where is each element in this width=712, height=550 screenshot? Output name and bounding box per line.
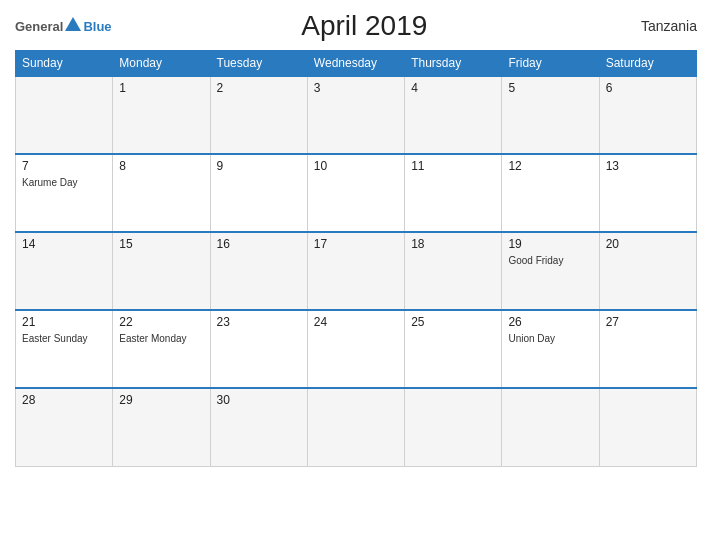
day-cell-w2-d1: 7Karume Day (16, 154, 113, 232)
day-cell-w5-d2: 29 (113, 388, 210, 466)
day-number: 24 (314, 315, 398, 329)
day-number: 26 (508, 315, 592, 329)
day-number: 12 (508, 159, 592, 173)
week-row-3: 141516171819Good Friday20 (16, 232, 697, 310)
day-cell-w5-d6 (502, 388, 599, 466)
day-cell-w3-d3: 16 (210, 232, 307, 310)
day-number: 7 (22, 159, 106, 173)
event-label: Karume Day (22, 177, 78, 188)
day-number: 2 (217, 81, 301, 95)
week-row-4: 21Easter Sunday22Easter Monday23242526Un… (16, 310, 697, 388)
header: General Blue April 2019 Tanzania (15, 10, 697, 42)
event-label: Easter Sunday (22, 333, 88, 344)
day-number: 4 (411, 81, 495, 95)
header-thursday: Thursday (405, 51, 502, 77)
days-header-row: Sunday Monday Tuesday Wednesday Thursday… (16, 51, 697, 77)
logo-general: General (15, 19, 63, 34)
day-cell-w1-d2: 1 (113, 76, 210, 154)
day-number: 13 (606, 159, 690, 173)
day-cell-w4-d3: 23 (210, 310, 307, 388)
day-cell-w3-d7: 20 (599, 232, 696, 310)
day-cell-w4-d1: 21Easter Sunday (16, 310, 113, 388)
day-cell-w2-d5: 11 (405, 154, 502, 232)
header-saturday: Saturday (599, 51, 696, 77)
day-cell-w4-d6: 26Union Day (502, 310, 599, 388)
header-tuesday: Tuesday (210, 51, 307, 77)
logo-blue: Blue (83, 19, 111, 34)
day-cell-w1-d5: 4 (405, 76, 502, 154)
event-label: Good Friday (508, 255, 563, 266)
day-cell-w4-d4: 24 (307, 310, 404, 388)
country-label: Tanzania (617, 18, 697, 34)
day-number: 8 (119, 159, 203, 173)
calendar-table: Sunday Monday Tuesday Wednesday Thursday… (15, 50, 697, 467)
day-number: 16 (217, 237, 301, 251)
logo: General Blue (15, 19, 112, 34)
calendar-page: General Blue April 2019 Tanzania Sunday … (0, 0, 712, 550)
day-number: 29 (119, 393, 203, 407)
event-label: Union Day (508, 333, 555, 344)
header-friday: Friday (502, 51, 599, 77)
day-number: 3 (314, 81, 398, 95)
day-cell-w2-d7: 13 (599, 154, 696, 232)
header-monday: Monday (113, 51, 210, 77)
day-number: 6 (606, 81, 690, 95)
day-cell-w4-d7: 27 (599, 310, 696, 388)
week-row-1: 123456 (16, 76, 697, 154)
day-number: 19 (508, 237, 592, 251)
week-row-2: 7Karume Day8910111213 (16, 154, 697, 232)
day-cell-w3-d1: 14 (16, 232, 113, 310)
day-cell-w5-d5 (405, 388, 502, 466)
day-number: 10 (314, 159, 398, 173)
day-number: 11 (411, 159, 495, 173)
day-cell-w5-d7 (599, 388, 696, 466)
day-cell-w3-d4: 17 (307, 232, 404, 310)
day-number: 9 (217, 159, 301, 173)
week-row-5: 282930 (16, 388, 697, 466)
day-cell-w4-d5: 25 (405, 310, 502, 388)
day-cell-w5-d4 (307, 388, 404, 466)
day-number: 21 (22, 315, 106, 329)
day-cell-w2-d3: 9 (210, 154, 307, 232)
day-cell-w2-d6: 12 (502, 154, 599, 232)
day-number: 18 (411, 237, 495, 251)
day-cell-w1-d1 (16, 76, 113, 154)
day-number: 23 (217, 315, 301, 329)
day-cell-w3-d5: 18 (405, 232, 502, 310)
header-sunday: Sunday (16, 51, 113, 77)
day-number: 28 (22, 393, 106, 407)
event-label: Easter Monday (119, 333, 186, 344)
day-cell-w5-d1: 28 (16, 388, 113, 466)
day-cell-w1-d7: 6 (599, 76, 696, 154)
day-number: 20 (606, 237, 690, 251)
day-number: 14 (22, 237, 106, 251)
day-cell-w2-d4: 10 (307, 154, 404, 232)
day-cell-w4-d2: 22Easter Monday (113, 310, 210, 388)
day-cell-w3-d6: 19Good Friday (502, 232, 599, 310)
day-cell-w1-d6: 5 (502, 76, 599, 154)
logo-triangle-icon (65, 17, 81, 31)
day-number: 15 (119, 237, 203, 251)
day-number: 25 (411, 315, 495, 329)
day-cell-w1-d4: 3 (307, 76, 404, 154)
day-cell-w1-d3: 2 (210, 76, 307, 154)
day-cell-w5-d3: 30 (210, 388, 307, 466)
day-number: 22 (119, 315, 203, 329)
day-number: 30 (217, 393, 301, 407)
day-cell-w2-d2: 8 (113, 154, 210, 232)
day-number: 5 (508, 81, 592, 95)
day-number: 17 (314, 237, 398, 251)
calendar-title: April 2019 (112, 10, 617, 42)
header-wednesday: Wednesday (307, 51, 404, 77)
day-number: 1 (119, 81, 203, 95)
day-cell-w3-d2: 15 (113, 232, 210, 310)
day-number: 27 (606, 315, 690, 329)
